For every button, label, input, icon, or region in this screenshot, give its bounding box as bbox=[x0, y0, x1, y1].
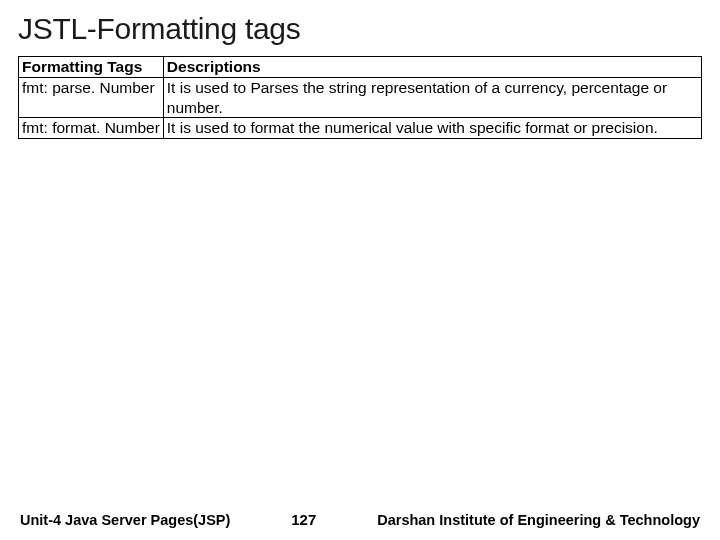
col-header-desc: Descriptions bbox=[163, 57, 701, 78]
slide: JSTL-Formatting tags Formatting Tags Des… bbox=[0, 0, 720, 540]
table-header-row: Formatting Tags Descriptions bbox=[19, 57, 702, 78]
cell-tag: fmt: format. Number bbox=[19, 118, 164, 139]
footer-unit: Unit-4 Java Server Pages(JSP) bbox=[20, 512, 230, 528]
table-row: fmt: parse. Number It is used to Parses … bbox=[19, 77, 702, 118]
col-header-tag: Formatting Tags bbox=[19, 57, 164, 78]
cell-desc: It is used to format the numerical value… bbox=[163, 118, 701, 139]
footer-institute: Darshan Institute of Engineering & Techn… bbox=[377, 512, 700, 528]
table-row: fmt: format. Number It is used to format… bbox=[19, 118, 702, 139]
cell-tag: fmt: parse. Number bbox=[19, 77, 164, 118]
cell-desc: It is used to Parses the string represen… bbox=[163, 77, 701, 118]
page-title: JSTL-Formatting tags bbox=[18, 12, 702, 46]
slide-footer: Unit-4 Java Server Pages(JSP) 127 Darsha… bbox=[0, 511, 720, 528]
formatting-tags-table: Formatting Tags Descriptions fmt: parse.… bbox=[18, 56, 702, 139]
footer-page-number: 127 bbox=[291, 511, 316, 528]
